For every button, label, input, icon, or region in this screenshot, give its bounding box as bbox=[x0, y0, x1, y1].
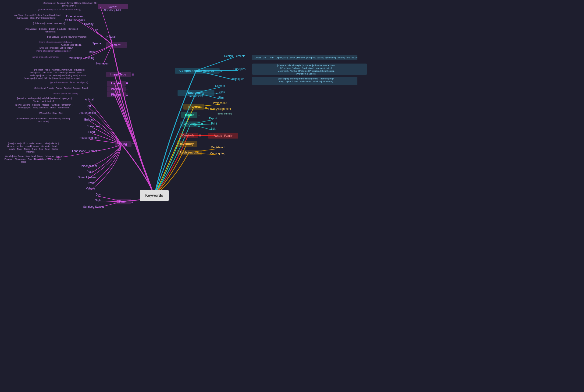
people-node[interactable]: People bbox=[111, 87, 121, 91]
activity-detail: [Conference | Cooking | Driving | Hiking… bbox=[43, 2, 98, 4]
svg-text:{named places like parks}: {named places like parks} bbox=[53, 92, 78, 95]
svg-text:Movement / Rhythm | Patterns |: Movement / Rhythm | Patterns | Proportio… bbox=[278, 70, 334, 72]
registered-node[interactable]: Registered bbox=[211, 146, 224, 149]
svg-text:[Annelids | Anthropoids | Jell: [Annelids | Anthropoids | Jellyfish | Mo… bbox=[17, 97, 72, 100]
svg-text:Structures]: Structures] bbox=[38, 120, 48, 123]
sunrise-node[interactable]: Sunrise / Sunset bbox=[83, 205, 104, 208]
designelements-detail: [Colour | DoF | Form | Light Quality | L… bbox=[254, 56, 358, 59]
svg-text:[Emigrate | Political | School: [Emigrate | Political | School | New] bbox=[39, 46, 73, 49]
landscape-node[interactable]: Landscape Element bbox=[72, 150, 97, 153]
svg-text:[Anniversary | Birthday | Deat: [Anniversary | Birthday | Death | Gradua… bbox=[25, 28, 78, 30]
workflow-node[interactable]: Workflow bbox=[184, 122, 198, 126]
tower-node[interactable]: Tower bbox=[87, 181, 95, 184]
svg-text:Fountain | Playground | Pool |: Fountain | Playground | Pool | Road | St… bbox=[4, 158, 61, 160]
streetelement-node[interactable]: Street Element bbox=[78, 176, 96, 179]
photoassignment-node[interactable]: Photo Assignment bbox=[208, 107, 231, 110]
registrations-node[interactable]: Registrations bbox=[180, 151, 199, 154]
activity-node[interactable]: Activity bbox=[108, 5, 116, 8]
svg-text:[Balance / Visual Weight | Con: [Balance / Visual Weight | Contrast | El… bbox=[277, 64, 335, 66]
svg-text:Trail]: Trail] bbox=[21, 160, 26, 163]
center-label: Keywords bbox=[145, 194, 163, 198]
vehicle-node[interactable]: Vehicle bbox=[86, 187, 95, 190]
equipment-thing-node[interactable]: Equipment bbox=[87, 125, 100, 128]
techniques-node[interactable]: Techniques bbox=[230, 77, 244, 80]
compfeatures-node[interactable]: Compositional Features bbox=[180, 69, 214, 72]
svg-text:Retirement]: Retirement] bbox=[44, 30, 56, 33]
svg-text:Waterfall]: Waterfall] bbox=[26, 150, 35, 153]
copyrighted-node[interactable]: Copyrighted bbox=[210, 152, 226, 155]
astronomical-node[interactable]: Astronomical bbox=[80, 111, 96, 114]
building-node[interactable]: Building bbox=[84, 118, 94, 121]
special-node[interactable]: Special bbox=[92, 42, 102, 45]
svg-text:(used in shot): (used in shot) bbox=[189, 95, 203, 98]
svg-text:Photograph | Plate | Sculpture: Photograph | Plate | Sculpture | Statue … bbox=[18, 106, 70, 109]
day-node[interactable]: Day bbox=[96, 193, 100, 196]
household-node[interactable]: Household Item bbox=[80, 136, 99, 140]
svg-text:{generic/un-named places like : {generic/un-named places like airports} bbox=[50, 81, 88, 84]
workshop-node[interactable]: Workshop – training bbox=[70, 56, 94, 60]
svg-text:☰: ☰ bbox=[198, 114, 200, 116]
edit-node[interactable]: Edit bbox=[211, 127, 216, 130]
holiday-node[interactable]: Holiday bbox=[84, 22, 94, 26]
svg-text:☰: ☰ bbox=[126, 88, 128, 90]
svg-text:☰: ☰ bbox=[126, 82, 128, 85]
svg-text:☰: ☰ bbox=[216, 91, 218, 94]
animal-node[interactable]: Animal bbox=[85, 98, 94, 101]
projects-node[interactable]: Projects bbox=[188, 105, 200, 108]
svg-text:[Bench | Bird feeder | Boardwa: [Bench | Bird feeder | Boardwalk | Dam |… bbox=[5, 155, 63, 158]
svg-text:☰: ☰ bbox=[201, 123, 204, 126]
event-node[interactable]: Event bbox=[112, 43, 120, 47]
svg-text:(something I watch): (something I watch) bbox=[64, 18, 85, 21]
svg-text:| Seascape | Sports | Still Li: | Seascape | Sports | Still Life | Stree… bbox=[23, 77, 80, 80]
books-node[interactable]: Books bbox=[185, 113, 194, 116]
restrictfamily-node[interactable]: Restrict-Family bbox=[214, 134, 232, 137]
imagetype-node[interactable]: Image Type bbox=[110, 73, 126, 76]
life-node[interactable]: Life bbox=[94, 28, 98, 32]
svg-text:{named activity such as White-: {named activity such as White-water raft… bbox=[38, 8, 81, 11]
svg-text:☰: ☰ bbox=[131, 200, 134, 203]
equipment-shot-node[interactable]: Equipment bbox=[188, 91, 204, 94]
locale-node[interactable]: Locale bbox=[111, 82, 120, 85]
designelements-node[interactable]: Design Elements bbox=[224, 54, 246, 58]
svg-text:Accomplishment: Accomplishment bbox=[61, 43, 82, 46]
camera-node[interactable]: Camera bbox=[215, 84, 225, 88]
books-detail: {name of book} bbox=[217, 112, 232, 115]
svg-text:{name of specific accomplishme: {name of specific accomplishment} bbox=[39, 41, 73, 43]
activity-sublabel: (Something I do) bbox=[104, 9, 121, 12]
mindmap: Keywords Activity (Something I do) [Conf… bbox=[0, 0, 584, 392]
entertainment-node[interactable]: Entertainment bbox=[66, 15, 84, 18]
time-node[interactable]: Time bbox=[119, 200, 126, 203]
night-node[interactable]: Night bbox=[95, 199, 102, 202]
art-node[interactable]: Art bbox=[87, 104, 91, 108]
svg-text:Landscape | Mezzotint | People: Landscape | Mezzotint | People | Perform… bbox=[29, 74, 86, 76]
places-node[interactable]: Places bbox=[111, 93, 120, 96]
export-node[interactable]: Export bbox=[209, 117, 217, 120]
personalitem-node[interactable]: Personal Item bbox=[80, 164, 97, 168]
svg-text:☰: ☰ bbox=[205, 105, 207, 108]
svg-text:Starfish | Vertebrates]: Starfish | Vertebrates] bbox=[32, 100, 54, 102]
inventory-node[interactable]: Inventory bbox=[180, 142, 194, 146]
travel-node[interactable]: Travel bbox=[88, 50, 96, 54]
svg-text:[Bowl | Buddha | Figurine | Mo: [Bowl | Buddha | Figurine | Mosaic | Pai… bbox=[16, 104, 72, 106]
principles-node[interactable]: Principles bbox=[233, 68, 246, 71]
lens-node[interactable]: Lens bbox=[219, 90, 225, 94]
plant-node[interactable]: Plant bbox=[87, 170, 93, 173]
svg-text:☰: ☰ bbox=[199, 134, 201, 137]
svg-text:[Backlight | Blurred | Blurred: [Backlight | Blurred | Blurred Backgroun… bbox=[278, 77, 334, 80]
svg-text:[Government | Non-Residential : [Government | Non-Residential | Resident… bbox=[16, 117, 70, 120]
project365-node[interactable]: Project 365 bbox=[213, 102, 227, 105]
svg-text:puddle | River | Rocks | Sand : puddle | River | Rocks | Sand | Sea | Sn… bbox=[9, 148, 59, 150]
controls-node[interactable]: Controls bbox=[182, 134, 194, 137]
food-node[interactable]: Food bbox=[88, 130, 94, 134]
svg-text:Key | Layers / Tiers | Reflect: Key | Layers / Tiers | Reflections | Sha… bbox=[279, 80, 333, 83]
nonevent-node[interactable]: Non-event bbox=[96, 62, 109, 65]
svg-text:Diving | Part ]: Diving | Part ] bbox=[62, 4, 76, 7]
svg-text:{name of specific workshop}: {name of specific workshop} bbox=[32, 56, 59, 58]
film-node[interactable]: Film bbox=[218, 96, 224, 99]
svg-text:Hoodoo | Icicles | Island | Me: Hoodoo | Icicles | Island | Messa | Moun… bbox=[7, 145, 58, 148]
print-node[interactable]: Print bbox=[211, 122, 217, 125]
svg-text:[Fall Colours | Spring Flowers: [Fall Colours | Spring Flowers | Weather… bbox=[47, 36, 87, 38]
svg-text:| Variation & Variety]: | Variation & Variety] bbox=[296, 72, 316, 75]
thing-node[interactable]: Thing bbox=[119, 142, 127, 146]
natural-node[interactable]: Natural bbox=[106, 35, 116, 38]
